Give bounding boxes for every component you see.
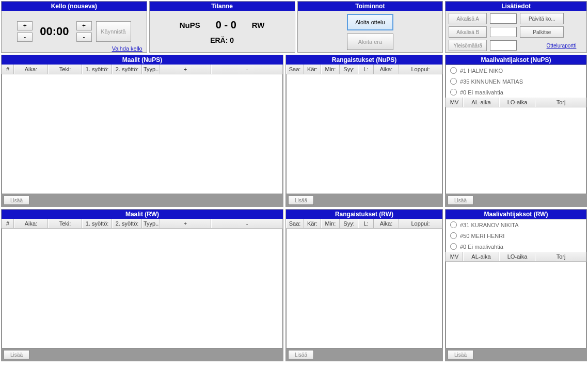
- goals-away-panel: Maalit (RW) # Aika: Teki: 1. syöttö: 2. …: [1, 209, 283, 361]
- reward-button[interactable]: Palkitse: [520, 26, 564, 38]
- score-panel: Tilanne NuPS 0 - 0 RW ERÄ: 0: [149, 1, 295, 53]
- radio-icon[interactable]: [450, 221, 457, 228]
- start-period-button[interactable]: Aloita erä: [347, 34, 393, 50]
- refresh-button[interactable]: Päivitä ko...: [520, 13, 564, 24]
- minutes-plus-button[interactable]: +: [17, 21, 33, 30]
- score-title: Tilanne: [150, 2, 295, 11]
- add-penalty-home-button[interactable]: Lisää: [288, 196, 314, 205]
- away-team: RW: [252, 21, 265, 29]
- add-goalie-away-button[interactable]: Lisää: [448, 350, 473, 359]
- add-goal-away-button[interactable]: Lisää: [4, 350, 29, 359]
- penalties-away-title: Rangaistukset (RW): [286, 210, 442, 219]
- penalties-home-panel: Rangaistukset (NuPS) Saa: Kär: Min: Syy:…: [285, 55, 443, 207]
- goals-home-header: # Aika: Teki: 1. syöttö: 2. syöttö: Tyyp…: [2, 65, 283, 74]
- goalie-home-option-1[interactable]: #35 KINNUNEN MATIAS: [446, 76, 586, 87]
- timeout-a-input[interactable]: [490, 13, 517, 24]
- radio-icon[interactable]: [450, 232, 457, 239]
- goalie-home-option-2[interactable]: #0 Ei maalivahtia: [446, 87, 586, 98]
- goals-home-panel: Maalit (NuPS) # Aika: Teki: 1. syöttö: 2…: [1, 55, 283, 207]
- penalties-home-title: Rangaistukset (NuPS): [286, 55, 442, 65]
- seconds-plus-button[interactable]: +: [76, 21, 92, 30]
- penalties-away-body[interactable]: [286, 229, 442, 348]
- goalie-home-header: MV AL-aika LO-aika Torj: [446, 98, 586, 107]
- radio-icon[interactable]: [450, 67, 457, 74]
- goalie-home-panel: Maalivahtijaksot (NuPS) #1 HALME NIKO #3…: [445, 55, 587, 207]
- goalie-home-option-0[interactable]: #1 HALME NIKO: [446, 65, 586, 76]
- goalie-away-header: MV AL-aika LO-aika Torj: [446, 252, 586, 262]
- goalie-away-option-0[interactable]: #31 KURANOV NIKITA: [446, 219, 586, 230]
- penalties-home-body[interactable]: [286, 74, 442, 194]
- clock-title: Kello (nouseva): [2, 2, 147, 11]
- actions-title: Toiminnot: [298, 2, 443, 11]
- radio-icon[interactable]: [450, 78, 457, 85]
- start-clock-button[interactable]: Käynnistä: [96, 21, 131, 42]
- home-team: NuPS: [180, 21, 200, 29]
- goalie-away-option-1[interactable]: #50 MERI HENRI: [446, 230, 586, 241]
- goalie-away-body[interactable]: [446, 262, 586, 348]
- goals-away-header: # Aika: Teki: 1. syöttö: 2. syöttö: Tyyp…: [2, 219, 283, 229]
- attendance-input[interactable]: [490, 40, 517, 51]
- goals-home-body[interactable]: [2, 74, 283, 194]
- minutes-minus-button[interactable]: -: [17, 33, 33, 42]
- add-penalty-away-button[interactable]: Lisää: [288, 350, 314, 359]
- swap-clock-link[interactable]: Vaihda kello: [112, 45, 142, 52]
- add-goalie-home-button[interactable]: Lisää: [448, 196, 473, 205]
- attendance-button[interactable]: Yleisömäärä: [449, 40, 487, 51]
- goals-away-body[interactable]: [2, 229, 283, 348]
- seconds-minus-button[interactable]: -: [76, 33, 92, 42]
- start-match-button[interactable]: Aloita ottelu: [347, 14, 393, 30]
- info-title: Lisätiedot: [446, 2, 586, 11]
- timeout-b-input[interactable]: [490, 27, 517, 37]
- goalie-home-title: Maalivahtijaksot (NuPS): [446, 55, 586, 65]
- timeout-a-button[interactable]: Aikalisä A: [449, 13, 487, 24]
- match-report-link[interactable]: Otteluraportti: [539, 43, 583, 49]
- clock-time: 00:00: [40, 25, 69, 38]
- goalie-away-title: Maalivahtijaksot (RW): [446, 210, 586, 219]
- info-panel: Lisätiedot Aikalisä A Päivitä ko... Aika…: [445, 1, 587, 53]
- actions-panel: Toiminnot Aloita ottelu Aloita erä: [297, 1, 443, 53]
- timeout-b-button[interactable]: Aikalisä B: [449, 26, 487, 38]
- clock-panel: Kello (nouseva) + - 00:00 + - Käynnistä …: [1, 1, 147, 53]
- period-label: ERÄ: 0: [210, 36, 234, 44]
- radio-icon[interactable]: [450, 89, 457, 95]
- goalie-away-panel: Maalivahtijaksot (RW) #31 KURANOV NIKITA…: [445, 209, 587, 361]
- add-goal-home-button[interactable]: Lisää: [4, 196, 29, 205]
- goals-away-title: Maalit (RW): [2, 210, 283, 219]
- goals-home-title: Maalit (NuPS): [2, 55, 283, 65]
- radio-icon[interactable]: [450, 243, 457, 250]
- score-value: 0 - 0: [216, 19, 236, 31]
- penalties-home-header: Saa: Kär: Min: Syy: L: Aika: Loppui:: [286, 65, 442, 74]
- goalie-home-body[interactable]: [446, 107, 586, 194]
- penalties-away-panel: Rangaistukset (RW) Saa: Kär: Min: Syy: L…: [285, 209, 443, 361]
- goalie-away-option-2[interactable]: #0 Ei maalivahtia: [446, 241, 586, 252]
- penalties-away-header: Saa: Kär: Min: Syy: L: Aika: Loppui:: [286, 219, 442, 229]
